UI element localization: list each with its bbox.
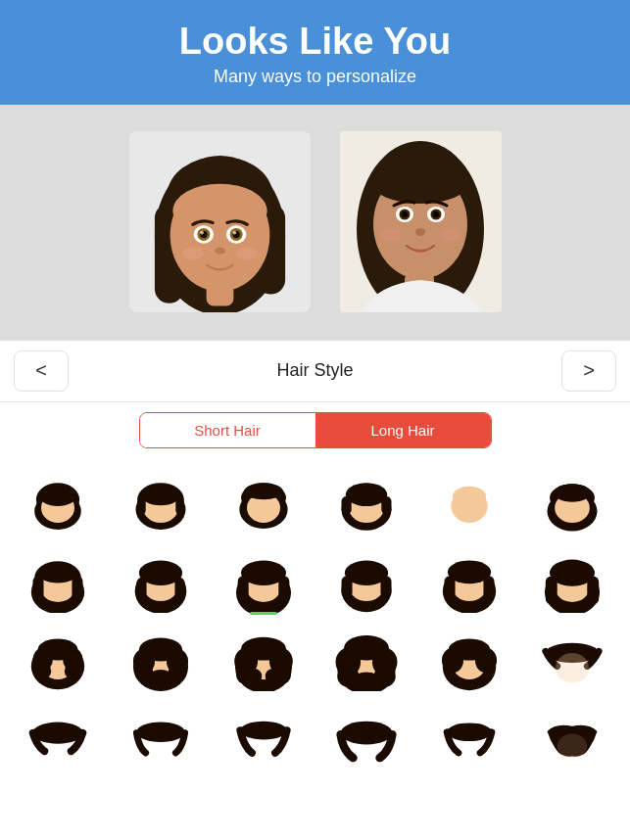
svg-point-137: [557, 733, 588, 759]
segmented-control: Short Hair Long Hair: [139, 412, 492, 448]
next-button[interactable]: >: [561, 350, 616, 392]
svg-point-115: [266, 669, 280, 683]
hair-item[interactable]: [418, 697, 521, 775]
prev-button[interactable]: <: [14, 350, 69, 392]
svg-point-96: [37, 638, 77, 660]
svg-rect-90: [546, 576, 557, 604]
hair-item[interactable]: [521, 462, 624, 540]
svg-rect-51: [381, 496, 391, 515]
svg-point-97: [34, 663, 51, 679]
svg-point-13: [232, 231, 236, 235]
svg-point-24: [402, 211, 408, 217]
preview-area: [0, 105, 630, 340]
svg-point-58: [555, 484, 591, 502]
svg-rect-41: [175, 497, 184, 514]
svg-point-114: [247, 669, 262, 683]
svg-rect-46: [244, 490, 282, 498]
hair-item[interactable]: [212, 619, 315, 697]
svg-point-103: [139, 637, 182, 661]
section-title: Hair Style: [276, 360, 353, 381]
svg-rect-52: [348, 488, 384, 496]
hair-item[interactable]: [212, 697, 315, 775]
hair-item[interactable]: [315, 619, 417, 697]
svg-point-16: [236, 248, 258, 260]
hair-item[interactable]: [212, 540, 315, 619]
svg-rect-133: [136, 729, 184, 736]
svg-rect-74: [278, 576, 289, 602]
svg-point-15: [181, 248, 203, 260]
svg-point-134: [240, 721, 287, 739]
hair-item[interactable]: [212, 462, 315, 540]
hair-item[interactable]: [6, 697, 109, 775]
hair-item[interactable]: [109, 697, 212, 775]
nav-bar: < Hair Style >: [0, 341, 630, 402]
svg-point-35: [39, 486, 75, 505]
svg-point-27: [433, 211, 439, 217]
svg-rect-73: [238, 576, 249, 602]
svg-rect-84: [445, 576, 456, 599]
svg-rect-68: [136, 578, 146, 601]
svg-point-39: [140, 484, 180, 505]
svg-point-130: [556, 653, 589, 683]
svg-point-29: [380, 228, 402, 242]
svg-point-5: [172, 184, 267, 239]
svg-point-120: [344, 635, 389, 661]
svg-rect-75: [244, 566, 282, 576]
hair-item[interactable]: [315, 462, 417, 540]
hair-item[interactable]: [315, 540, 417, 619]
svg-point-21: [371, 161, 469, 204]
hair-item[interactable]: [6, 540, 109, 619]
hair-item[interactable]: [315, 697, 417, 775]
svg-point-64: [37, 563, 77, 583]
svg-point-135: [341, 721, 393, 744]
hair-item[interactable]: [109, 619, 212, 697]
app-title: Looks Like You: [20, 22, 610, 63]
hair-item[interactable]: [521, 619, 624, 697]
svg-point-136: [447, 723, 492, 741]
emoji-avatar: [129, 131, 311, 312]
hair-item[interactable]: [6, 462, 109, 540]
svg-rect-50: [342, 496, 352, 515]
svg-point-54: [453, 486, 486, 505]
hair-item[interactable]: [6, 619, 109, 697]
hair-item[interactable]: [418, 540, 521, 619]
svg-point-106: [149, 670, 172, 683]
svg-rect-69: [174, 578, 184, 601]
svg-rect-17: [206, 284, 233, 306]
header: Looks Like You Many ways to personalize: [0, 0, 630, 105]
svg-rect-86: [451, 566, 489, 575]
svg-rect-40: [137, 497, 146, 514]
hair-grid: [0, 458, 630, 779]
short-hair-button[interactable]: Short Hair: [140, 413, 315, 447]
hair-item[interactable]: [109, 462, 212, 540]
svg-rect-80: [381, 576, 392, 597]
svg-rect-85: [484, 576, 495, 599]
svg-rect-91: [588, 576, 600, 604]
svg-point-128: [449, 638, 491, 660]
hair-item[interactable]: [521, 697, 624, 775]
svg-point-123: [353, 672, 379, 686]
svg-point-28: [415, 228, 425, 236]
app-subtitle: Many ways to personalize: [20, 67, 610, 87]
long-hair-button[interactable]: Long Hair: [315, 413, 491, 447]
svg-point-131: [32, 722, 82, 743]
svg-point-30: [439, 228, 460, 242]
hair-item[interactable]: [418, 462, 521, 540]
svg-rect-62: [32, 576, 43, 601]
svg-point-111: [241, 637, 286, 661]
svg-point-14: [214, 248, 224, 255]
svg-rect-79: [342, 576, 353, 597]
hair-item[interactable]: [521, 540, 624, 619]
svg-rect-63: [72, 576, 82, 601]
controls-area: < Hair Style > Short Hair Long Hair: [0, 340, 630, 779]
user-photo: [340, 131, 502, 312]
svg-point-98: [64, 663, 80, 679]
hair-item[interactable]: [109, 540, 212, 619]
svg-point-9: [200, 231, 204, 235]
hair-item[interactable]: [418, 619, 521, 697]
